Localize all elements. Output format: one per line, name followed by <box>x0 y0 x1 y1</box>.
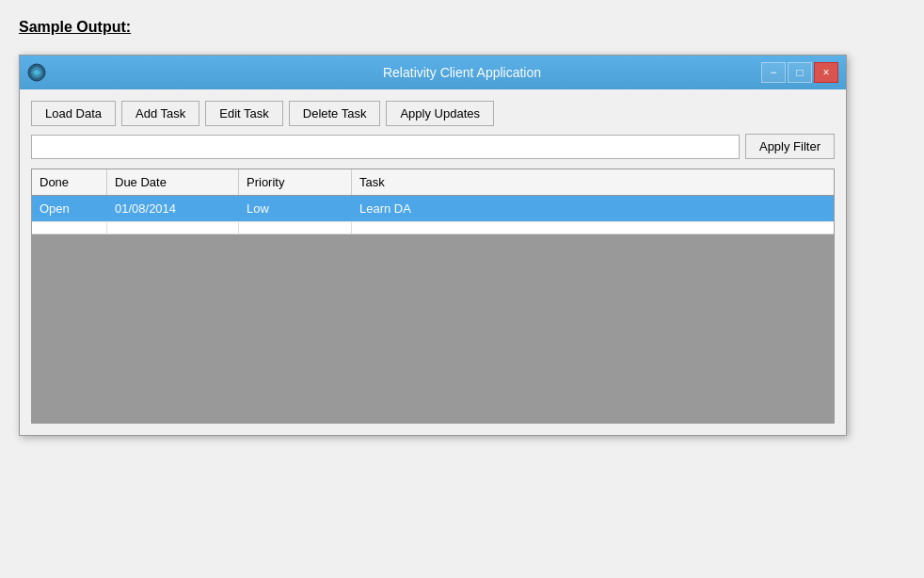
column-header-due-date: Due Date <box>107 169 239 195</box>
filter-row: Apply Filter <box>31 134 835 159</box>
table-row[interactable]: Open 01/08/2014 Low Learn DA <box>32 196 834 222</box>
column-header-priority: Priority <box>239 169 352 195</box>
cell-due-date <box>107 222 239 233</box>
close-button[interactable]: × <box>814 62 838 83</box>
restore-button[interactable]: □ <box>788 62 812 83</box>
table-row[interactable] <box>32 222 834 234</box>
cell-task: Learn DA <box>352 196 834 221</box>
edit-task-button[interactable]: Edit Task <box>205 101 283 126</box>
app-icon <box>27 63 46 82</box>
delete-task-button[interactable]: Delete Task <box>289 101 381 126</box>
apply-filter-button[interactable]: Apply Filter <box>745 134 835 159</box>
cell-done <box>32 222 107 233</box>
window-title: Relativity Client Application <box>383 65 541 80</box>
filter-input[interactable] <box>31 135 740 159</box>
cell-done: Open <box>32 196 107 221</box>
minimize-button[interactable]: − <box>761 62 786 83</box>
table-fill-area <box>32 234 834 423</box>
add-task-button[interactable]: Add Task <box>121 101 199 126</box>
window-content: Load Data Add Task Edit Task Delete Task… <box>20 89 846 435</box>
cell-due-date: 01/08/2014 <box>107 196 239 221</box>
title-bar-controls: − □ × <box>761 62 838 83</box>
page-title: Sample Output: <box>19 19 905 36</box>
data-table: Done Due Date Priority Task Open 01/08/2… <box>31 169 835 424</box>
cell-task <box>352 222 834 233</box>
application-window: Relativity Client Application − □ × Load… <box>19 55 847 436</box>
column-header-task: Task <box>352 169 834 195</box>
load-data-button[interactable]: Load Data <box>31 101 116 126</box>
column-header-done: Done <box>32 169 107 195</box>
cell-priority <box>239 222 352 233</box>
title-bar: Relativity Client Application − □ × <box>20 56 846 89</box>
cell-priority: Low <box>239 196 352 221</box>
table-header: Done Due Date Priority Task <box>32 169 834 196</box>
apply-updates-button[interactable]: Apply Updates <box>386 101 494 126</box>
toolbar: Load Data Add Task Edit Task Delete Task… <box>31 101 835 126</box>
